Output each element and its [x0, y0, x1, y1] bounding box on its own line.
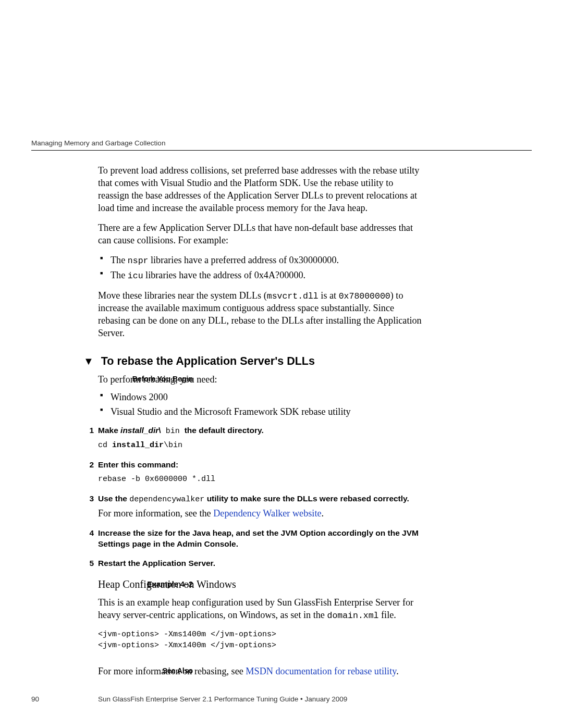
needs-list: Windows 2000 Visual Studio and the Micro…	[98, 391, 425, 418]
see-also-label: See Also	[129, 666, 193, 675]
step-number: 5	[83, 558, 94, 569]
step-heading: Make install_dir\ bin the default direct…	[98, 425, 425, 437]
header-rule	[31, 150, 532, 151]
text: For more information, see the	[98, 508, 213, 519]
list-item: The nspr libraries have a preferred addr…	[98, 254, 425, 267]
step-number: 3	[83, 493, 94, 504]
step-number: 4	[83, 528, 94, 538]
text: \bin	[164, 441, 182, 450]
text: The	[111, 255, 128, 265]
intro-list: The nspr libraries have a preferred addr…	[98, 254, 425, 282]
before-you-begin-label: Before You Begin	[129, 374, 193, 384]
text: utility to make sure the DLLs were rebas…	[204, 494, 409, 503]
see-also-block: See Also For more information on rebasin…	[98, 665, 425, 677]
text: Make	[98, 426, 120, 435]
intro-para-3: Move these libraries near the system DLL…	[98, 289, 425, 340]
task-title: To rebase the Application Server's DLLs	[101, 354, 315, 368]
step-number: 2	[83, 460, 94, 470]
step-1: 1 Make install_dir\ bin the default dire…	[98, 425, 425, 451]
code-block: <jvm-options> -Xms1400m </jvm-options> <…	[98, 629, 425, 652]
step-4: 4 Increase the size for the Java heap, a…	[98, 528, 425, 550]
text: file.	[379, 610, 396, 620]
code-inline: domain.xml	[327, 611, 378, 621]
example-block: Example 4–2 Heap Configuration on Window…	[98, 577, 425, 652]
text: The	[111, 270, 128, 280]
text: libraries have the address of 0x4A?00000…	[143, 270, 306, 280]
task-heading-row: ▼ To rebase the Application Server's DLL…	[83, 354, 425, 368]
code-block: cd install_dir\bin	[98, 440, 425, 451]
text: the default directory.	[185, 426, 264, 435]
running-header: Managing Memory and Garbage Collection	[31, 139, 532, 147]
list-item: Windows 2000	[98, 391, 425, 403]
example-label: Example 4–2	[129, 579, 193, 589]
intro-para-1: To prevent load address collisions, set …	[98, 164, 425, 214]
bold-text: install_dir	[112, 441, 164, 450]
text: Move these libraries near the system DLL…	[98, 290, 267, 301]
text: Use the	[98, 494, 129, 503]
text: is at	[319, 290, 339, 301]
intro-para-2: There are a few Application Server DLLs …	[98, 221, 425, 246]
list-item: The icu libraries have the address of 0x…	[98, 269, 425, 282]
footer-text: Sun GlassFish Enterprise Server 2.1 Perf…	[98, 695, 347, 703]
step-2: 2 Enter this command: rebase -b 0x600000…	[98, 460, 425, 485]
text: .	[322, 508, 324, 519]
step-heading: Restart the Application Server.	[98, 558, 425, 569]
dependency-walker-link[interactable]: Dependency Walker website	[213, 508, 321, 519]
example-para: This is an example heap configuration us…	[98, 596, 425, 622]
step-heading: Use the dependencywalker utility to make…	[98, 493, 425, 505]
page-number: 90	[31, 695, 98, 703]
code-block: rebase -b 0x6000000 *.dll	[98, 474, 425, 485]
text: libraries have a preferred address of 0x…	[148, 255, 339, 265]
msdn-rebase-link[interactable]: MSDN documentation for rebase utility	[246, 666, 396, 676]
step-3: 3 Use the dependencywalker utility to ma…	[98, 493, 425, 520]
list-item: Visual Studio and the Microsoft Framewor…	[98, 405, 425, 418]
step-5: 5 Restart the Application Server.	[98, 558, 425, 569]
before-you-begin-block: Before You Begin To perform rebasing, yo…	[98, 373, 425, 418]
italic-text: install_dir	[120, 426, 158, 435]
text: .	[396, 666, 399, 676]
step-heading: Enter this command:	[98, 460, 425, 471]
main-column: To prevent load address collisions, set …	[98, 164, 425, 677]
step-heading: Increase the size for the Java heap, and…	[98, 528, 425, 550]
code-inline: dependencywalker	[129, 495, 204, 504]
code-inline: icu	[128, 271, 143, 281]
step-number: 1	[83, 425, 94, 436]
task-arrow-icon: ▼	[83, 356, 94, 366]
page: Managing Memory and Garbage Collection T…	[0, 0, 563, 728]
page-footer: 90Sun GlassFish Enterprise Server 2.1 Pe…	[31, 695, 532, 703]
code-inline: bin	[161, 427, 185, 436]
code-inline: msvcrt.dll	[267, 291, 319, 301]
code-inline: nspr	[128, 256, 149, 266]
text: cd	[98, 441, 112, 450]
step-body: For more information, see the Dependency…	[98, 507, 425, 520]
code-inline: 0x78000000	[339, 291, 390, 301]
